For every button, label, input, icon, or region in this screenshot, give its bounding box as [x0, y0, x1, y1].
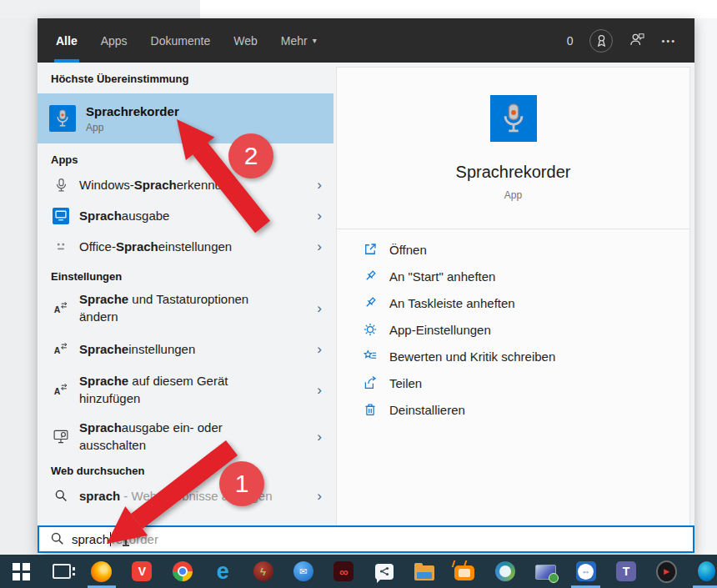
language-settings-icon: A	[51, 382, 71, 397]
pin-icon	[362, 295, 379, 310]
desktop-background-strip	[0, 0, 200, 18]
section-header-best-match: Höchste Übereinstimmung	[38, 73, 333, 85]
label-post: einstellungen	[158, 239, 232, 254]
filter-tabs: Alle Apps Dokumente Web Mehr ▾	[56, 18, 317, 63]
context-actions: Öffnen An "Start" anheften An Taskleiste…	[337, 229, 689, 423]
taskbar-chat-share-app[interactable]	[364, 555, 404, 588]
taskbar-winamp[interactable]: ϟ	[243, 555, 283, 588]
taskbar-edge[interactable]: e	[203, 555, 243, 588]
tab-web[interactable]: Web	[233, 18, 258, 63]
result-sprache-tastaturoptionen[interactable]: A Sprache und Tastaturoptionen ändern ›	[38, 284, 333, 331]
chevron-right-icon: ›	[312, 209, 322, 223]
icon-glyph: ϟ	[260, 565, 266, 578]
taskbar-thunderbird[interactable]: ✉	[283, 555, 323, 588]
taskbar-media-player[interactable]: ▶	[646, 555, 686, 588]
svg-text:A: A	[54, 345, 61, 355]
taskbar-file-explorer[interactable]	[404, 555, 444, 588]
tab-alle[interactable]: Alle	[56, 18, 78, 63]
section-header-einstellungen: Einstellungen	[38, 270, 333, 283]
result-spracheinstellungen[interactable]: A Spracheinstellungen ›	[38, 331, 333, 366]
action-teilen[interactable]: Teilen	[362, 369, 689, 396]
voice-recorder-app-icon	[49, 105, 76, 132]
teams-icon: T	[616, 561, 636, 581]
search-filter-bar: Alle Apps Dokumente Web Mehr ▾ 0 •••	[38, 18, 694, 63]
vivaldi-icon: V	[132, 561, 152, 581]
adobe-cc-icon: ∞	[333, 561, 353, 581]
play-icon: ▶	[656, 560, 677, 583]
taskbar-webex[interactable]	[687, 555, 717, 588]
action-app-einstellungen[interactable]: App-Einstellungen	[362, 316, 689, 343]
result-sprache-hinzufuegen[interactable]: A Sprache auf diesem Gerät hinzufügen ›	[38, 366, 333, 413]
result-sprachrekorder-best-match[interactable]: Sprachrekorder App	[38, 93, 333, 143]
annotation-badge-2: 2	[228, 133, 273, 178]
taskbar-task-view-button[interactable]	[41, 555, 81, 588]
icon-glyph: T	[623, 565, 630, 578]
label-match: Sprach	[134, 178, 177, 192]
language-settings-icon: A	[51, 300, 71, 315]
result-label: Spracheinstellungen	[79, 340, 286, 358]
chevron-right-icon: ›	[312, 178, 322, 192]
chevron-right-icon: ›	[312, 383, 322, 397]
action-deinstallieren[interactable]: Deinstallieren	[362, 396, 689, 423]
taskbar-firefox[interactable]	[82, 555, 122, 588]
chevron-right-icon: ›	[312, 430, 322, 444]
result-label: Windows-Spracherkennung	[79, 176, 286, 193]
result-windows-spracherkennung[interactable]: Windows-Spracherkennung ›	[38, 169, 333, 200]
rewards-medal-icon[interactable]	[589, 29, 613, 53]
taskbar-start-button[interactable]	[1, 555, 41, 588]
action-label: An "Start" anheften	[389, 269, 495, 284]
taskbar-microsoft-teams[interactable]: T	[606, 555, 646, 588]
tab-label: Alle	[56, 34, 78, 48]
action-an-start-anheften[interactable]: An "Start" anheften	[362, 263, 689, 289]
taskbar-tv-app[interactable]	[444, 555, 484, 588]
section-header-web: Web durchsuchen	[38, 465, 333, 477]
action-bewerten[interactable]: Bewerten und Kritik schreiben	[362, 343, 689, 369]
action-label: Bewerten und Kritik schreiben	[389, 349, 555, 364]
result-office-spracheinstellungen[interactable]: Office-Spracheinstellungen ›	[38, 231, 333, 262]
preview-app-subtitle: App	[504, 189, 522, 201]
taskbar-cisco-anyconnect[interactable]	[485, 555, 525, 588]
taskbar: V e ϟ ✉ ∞ ⇔ T ▶	[0, 555, 717, 588]
result-sprachausgabe-umschalten[interactable]: Sprachausgabe ein- oder ausschalten ›	[38, 413, 333, 460]
action-oeffnen[interactable]: Öffnen	[362, 236, 689, 263]
account-feedback-icon[interactable]	[629, 33, 644, 49]
result-web-search[interactable]: sprach - Webergebnisse anzeigen ›	[38, 479, 333, 512]
trash-icon	[362, 402, 379, 417]
more-options-icon[interactable]: •••	[661, 36, 676, 46]
icon-glyph: ⇔	[578, 564, 594, 580]
edge-icon: e	[217, 561, 229, 582]
chevron-down-icon: ▾	[313, 36, 317, 45]
mouse-ibeam-cursor	[125, 533, 127, 545]
tab-mehr[interactable]: Mehr ▾	[281, 18, 317, 63]
anyconnect-globe-icon	[495, 561, 515, 581]
folder-icon	[414, 565, 434, 580]
gear-icon	[362, 322, 379, 337]
narrator-app-icon	[51, 208, 71, 224]
tab-label: Web	[233, 34, 258, 48]
result-label: Sprache und Tastaturoptionen ändern	[79, 290, 286, 325]
taskbar-chrome[interactable]	[163, 555, 203, 588]
taskbar-remote-desktop[interactable]	[525, 555, 565, 588]
action-an-taskleiste-anheften[interactable]: An Taskleiste anheften	[362, 289, 689, 316]
windows-search-flyout: Alle Apps Dokumente Web Mehr ▾ 0 ••• Höc…	[38, 18, 694, 553]
taskbar-teamviewer[interactable]: ⇔	[565, 555, 605, 588]
result-sprachausgabe[interactable]: Sprachausgabe ›	[38, 200, 333, 231]
search-inline-suggestion: rekorder	[112, 532, 158, 546]
windows-logo-icon	[13, 563, 30, 580]
rewards-count: 0	[567, 34, 574, 48]
action-label: Deinstallieren	[389, 403, 465, 417]
tab-apps[interactable]: Apps	[101, 18, 128, 63]
taskbar-adobe-creative-cloud[interactable]: ∞	[323, 555, 364, 588]
microphone-icon	[51, 178, 71, 193]
best-match-subtitle: App	[86, 122, 179, 133]
webex-icon	[696, 560, 717, 583]
preview-app-title: Sprachrekorder	[456, 163, 571, 182]
label-post: instellungen	[128, 342, 195, 356]
search-results-list: Höchste Übereinstimmung Sprachrekorder A…	[38, 63, 333, 525]
search-input[interactable]: sprach rekorder	[38, 525, 694, 553]
tab-dokumente[interactable]: Dokumente	[151, 18, 211, 63]
taskbar-vivaldi[interactable]: V	[122, 555, 162, 588]
label-match: sprach	[79, 489, 120, 503]
language-settings-icon: A	[51, 341, 71, 356]
label-pre: Windows-	[79, 178, 134, 192]
